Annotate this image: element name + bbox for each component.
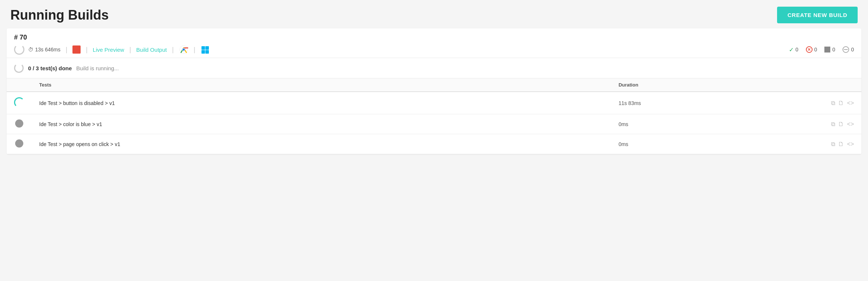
test-pending-dot	[15, 119, 23, 128]
build-header: # 70 ⏱ 13s 646ms | | Live Preview | Buil…	[7, 28, 861, 58]
divider-4: |	[172, 46, 174, 54]
col-header-status	[7, 78, 32, 92]
build-card: # 70 ⏱ 13s 646ms | | Live Preview | Buil…	[7, 28, 861, 154]
skipped-count-value: 0	[851, 47, 854, 53]
build-output-link[interactable]: Build Output	[136, 47, 167, 53]
build-status-counts: ✓ 0 ✕ 0 0 0	[789, 46, 854, 53]
x-circle-icon: ✕	[806, 46, 813, 53]
progress-subtext: Build is running...	[76, 65, 119, 71]
no-entry-icon	[842, 46, 849, 53]
svg-rect-5	[201, 50, 205, 54]
test-running-spinner	[14, 97, 24, 108]
svg-rect-4	[205, 46, 209, 50]
progress-spinner	[14, 63, 24, 73]
col-header-actions	[736, 78, 861, 92]
svg-rect-3	[201, 46, 205, 50]
code-icon[interactable]: <>	[847, 141, 854, 148]
page-title: Running Builds	[10, 7, 109, 23]
svg-point-2	[183, 48, 184, 50]
split-view-icon[interactable]: ⧉	[831, 100, 835, 106]
stop-build-button[interactable]	[72, 45, 81, 54]
stopped-count: 0	[824, 47, 835, 53]
check-icon: ✓	[789, 46, 794, 53]
table-row: Ide Test > color is blue > v10ms ⧉ 🗋 <>	[7, 114, 861, 134]
col-header-tests: Tests	[32, 78, 611, 92]
file-icon[interactable]: 🗋	[838, 141, 844, 148]
test-actions: ⧉ 🗋 <>	[743, 100, 854, 106]
build-time: ⏱ 13s 646ms	[28, 47, 60, 53]
test-name-cell: Ide Test > page opens on click > v1	[32, 134, 611, 154]
code-icon[interactable]: <>	[847, 100, 854, 106]
chrome-icon	[179, 45, 189, 54]
test-actions: ⧉ 🗋 <>	[743, 141, 854, 148]
divider-2: |	[86, 46, 88, 54]
build-spinner	[14, 44, 24, 55]
page-header: Running Builds CREATE NEW BUILD	[0, 0, 868, 28]
test-name-cell: Ide Test > color is blue > v1	[32, 114, 611, 134]
windows-icon	[201, 45, 210, 54]
stopped-count-value: 0	[832, 47, 835, 53]
failed-count: ✕ 0	[806, 46, 817, 53]
divider-1: |	[65, 46, 67, 54]
test-status-cell	[7, 92, 32, 114]
split-view-icon[interactable]: ⧉	[831, 121, 835, 128]
build-number: # 70	[14, 34, 854, 41]
test-duration-cell: 0ms	[611, 114, 736, 134]
test-name-cell: Ide Test > button is disabled > v1	[32, 92, 611, 114]
test-status-cell	[7, 134, 32, 154]
passed-count: ✓ 0	[789, 46, 799, 53]
test-status-cell	[7, 114, 32, 134]
stop-square-icon	[824, 47, 830, 53]
test-actions-cell: ⧉ 🗋 <>	[736, 134, 861, 154]
timer-icon: ⏱	[28, 47, 33, 53]
failed-count-value: 0	[814, 47, 817, 53]
split-view-icon[interactable]: ⧉	[831, 141, 835, 148]
passed-count-value: 0	[796, 47, 799, 53]
test-duration-cell: 11s 83ms	[611, 92, 736, 114]
table-row: Ide Test > page opens on click > v10ms ⧉…	[7, 134, 861, 154]
table-row: Ide Test > button is disabled > v111s 83…	[7, 92, 861, 114]
divider-3: |	[129, 46, 131, 54]
table-header-row: Tests Duration	[7, 78, 861, 92]
file-icon[interactable]: 🗋	[838, 121, 844, 128]
test-actions: ⧉ 🗋 <>	[743, 121, 854, 128]
test-actions-cell: ⧉ 🗋 <>	[736, 114, 861, 134]
test-pending-dot	[15, 139, 23, 148]
build-progress-row: 0 / 3 test(s) done Build is running...	[7, 58, 861, 78]
build-meta-row: ⏱ 13s 646ms | | Live Preview | Build Out…	[14, 44, 854, 55]
live-preview-link[interactable]: Live Preview	[93, 47, 124, 53]
test-duration-cell: 0ms	[611, 134, 736, 154]
divider-5: |	[194, 46, 196, 54]
time-elapsed: 13s 646ms	[35, 47, 60, 53]
create-new-build-button[interactable]: CREATE NEW BUILD	[777, 7, 858, 23]
svg-rect-6	[205, 50, 209, 54]
code-icon[interactable]: <>	[847, 121, 854, 128]
tests-table: Tests Duration Ide Test > button is disa…	[7, 78, 861, 154]
file-icon[interactable]: 🗋	[838, 100, 844, 106]
skipped-count: 0	[842, 46, 854, 53]
test-actions-cell: ⧉ 🗋 <>	[736, 92, 861, 114]
col-header-duration: Duration	[611, 78, 736, 92]
progress-text: 0 / 3 test(s) done	[28, 65, 72, 71]
